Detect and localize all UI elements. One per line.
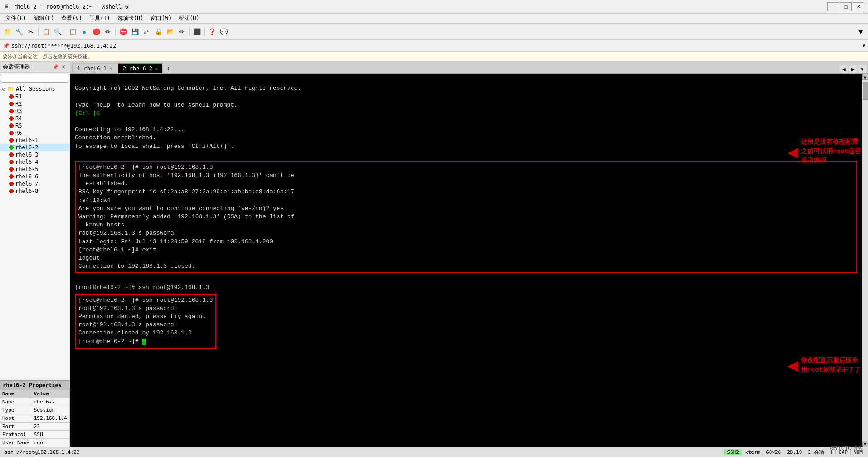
toolbar-btn-12[interactable]: ⇄ xyxy=(141,26,152,37)
maximize-button[interactable]: □ xyxy=(840,2,852,11)
menu-help[interactable]: 帮助(H) xyxy=(175,14,203,23)
toolbar-btn-3[interactable]: ✂ xyxy=(25,26,36,37)
toolbar-btn-17[interactable]: ❓ xyxy=(206,26,217,37)
tab-rhel6-1-close[interactable]: ✕ xyxy=(109,66,112,71)
terminal-scrollbar[interactable]: ▲ ▼ xyxy=(862,74,868,447)
toolbar-btn-4[interactable]: 📋 xyxy=(40,26,51,37)
props-key-username: User Name xyxy=(0,439,32,447)
session-dot-rhel6-5 xyxy=(9,167,14,172)
session-item-r3[interactable]: R3 xyxy=(0,108,70,115)
toolbar-btn-6[interactable]: 📋 xyxy=(67,26,78,37)
session-dot-r1 xyxy=(9,94,14,99)
tab-rhel6-1-label: 1 rhel6-1 xyxy=(77,65,107,72)
session-item-rhel6-4[interactable]: rhel6-4 xyxy=(0,158,70,166)
toolbar-sep-3 xyxy=(115,27,116,36)
menu-file[interactable]: 文件(F) xyxy=(2,14,30,23)
session-item-r4[interactable]: R4 xyxy=(0,115,70,122)
session-dot-r6 xyxy=(9,131,14,135)
tab-rhel6-2-close[interactable]: ✕ xyxy=(155,66,158,71)
all-sessions-item[interactable]: ▽ 📁 All Sessions xyxy=(0,85,70,93)
tab-nav-right[interactable]: ▶ xyxy=(849,65,857,73)
toolbar-btn-18[interactable]: 💬 xyxy=(218,26,229,37)
menu-edit[interactable]: 编辑(E) xyxy=(30,14,58,23)
props-key-type: Type xyxy=(0,406,32,414)
props-key-protocol: Protocol xyxy=(0,431,32,439)
props-key-name: Name xyxy=(0,398,32,406)
toolbar-btn-11[interactable]: 💾 xyxy=(129,26,140,37)
toolbar-btn-10[interactable]: ⛔ xyxy=(117,26,128,37)
all-sessions-label: All Sessions xyxy=(16,86,55,92)
toolbar-btn-14[interactable]: 📂 xyxy=(165,26,176,37)
tab-rhel6-1[interactable]: 1 rhel6-1 ✕ xyxy=(72,63,117,73)
status-sessions: 2 会话 xyxy=(805,449,827,456)
tab-rhel6-2[interactable]: 2 rhel6-2 ✕ xyxy=(118,63,163,73)
toolbar-btn-8[interactable]: 🔴 xyxy=(91,26,102,37)
panel-pin-button[interactable]: 📌 xyxy=(52,64,59,71)
tab-nav: ◀ ▶ ▼ xyxy=(840,65,866,73)
session-item-rhel6-6[interactable]: rhel6-6 xyxy=(0,173,70,180)
toolbar-btn-9[interactable]: ✏ xyxy=(102,26,113,37)
session-label-r4: R4 xyxy=(15,115,22,122)
session-item-r1[interactable]: R1 xyxy=(0,93,70,100)
toolbar-dropdown[interactable]: ▼ xyxy=(855,26,866,37)
session-dot-r5 xyxy=(9,123,14,128)
session-dot-rhel6-1 xyxy=(9,138,14,143)
terminal-box1: [root@rhel6-2 ~]# ssh root@192.168.1.3 T… xyxy=(75,161,857,273)
menu-window[interactable]: 窗口(W) xyxy=(147,14,175,23)
status-term: xterm xyxy=(742,449,763,455)
terminal-header-text: Copyright (c) 2002 NetSarang Computer, I… xyxy=(75,85,301,108)
toolbar-btn-13[interactable]: 🔒 xyxy=(153,26,164,37)
session-item-r6[interactable]: R6 xyxy=(0,129,70,137)
app-icon: 🖥 xyxy=(4,3,11,10)
address-pin-icon: 📌 xyxy=(3,43,10,49)
session-dot-rhel6-2 xyxy=(9,145,14,150)
props-row-port: Port 22 xyxy=(0,423,70,431)
info-bar-text: 要添加当前会话，点击左侧的箭头按钮。 xyxy=(3,53,93,60)
search-bar xyxy=(0,73,70,84)
session-item-r2[interactable]: R2 xyxy=(0,100,70,108)
new-session-button[interactable]: 📁 xyxy=(2,26,13,37)
status-cursor: 28,19 xyxy=(784,449,805,455)
toolbar-btn-5[interactable]: 🔍 xyxy=(52,26,63,37)
session-tree: ▽ 📁 All Sessions R1 R2 R3 R4 xyxy=(0,84,70,380)
scroll-thumb[interactable] xyxy=(863,82,868,100)
address-dropdown-button[interactable]: ▼ xyxy=(863,43,865,48)
close-button[interactable]: ✕ xyxy=(853,2,864,11)
tab-nav-left[interactable]: ◀ xyxy=(840,65,848,73)
toolbar-sep-5 xyxy=(204,27,205,36)
toolbar-btn-15[interactable]: ✏ xyxy=(176,26,187,37)
scroll-up-button[interactable]: ▲ xyxy=(862,74,868,80)
title-bar: 🖥 rhel6-2 - root@rhel6-2:~ - Xshell 6 ─ … xyxy=(0,0,868,14)
session-panel-title: 会话管理器 xyxy=(3,63,30,71)
session-dot-rhel6-7 xyxy=(9,182,14,186)
tab-bar: 1 rhel6-1 ✕ 2 rhel6-2 ✕ + ◀ ▶ ▼ xyxy=(70,62,868,74)
minimize-button[interactable]: ─ xyxy=(827,2,839,11)
menu-tools[interactable]: 工具(T) xyxy=(86,14,114,23)
session-label-rhel6-7: rhel6-7 xyxy=(15,181,39,187)
session-item-rhel6-7[interactable]: rhel6-7 xyxy=(0,180,70,187)
terminal-cursor xyxy=(142,339,146,345)
toolbar-btn-2[interactable]: 🔧 xyxy=(14,26,24,37)
session-label-rhel6-5: rhel6-5 xyxy=(15,166,39,172)
menu-tabs[interactable]: 选项卡(B) xyxy=(114,14,147,23)
toolbar-btn-16[interactable]: ⬛ xyxy=(191,26,202,37)
session-label-rhel6-3: rhel6-3 xyxy=(15,152,39,158)
session-item-rhel6-8[interactable]: rhel6-8 xyxy=(0,187,70,195)
session-search-input[interactable] xyxy=(2,74,68,83)
panel-close-button[interactable]: ✕ xyxy=(60,64,67,71)
session-item-rhel6-2[interactable]: rhel6-2 xyxy=(0,144,70,151)
menu-view[interactable]: 查看(V) xyxy=(58,14,86,23)
toolbar-btn-7[interactable]: ● xyxy=(79,26,90,37)
session-item-r5[interactable]: R5 xyxy=(0,122,70,129)
session-panel-controls: 📌 ✕ xyxy=(52,64,67,71)
session-label-rhel6-1: rhel6-1 xyxy=(15,137,39,143)
folder-icon: 📁 xyxy=(7,86,14,92)
tab-add-button[interactable]: + xyxy=(164,64,173,73)
session-item-rhel6-3[interactable]: rhel6-3 xyxy=(0,151,70,158)
watermark: @51CTO博客 xyxy=(830,444,863,452)
session-item-rhel6-5[interactable]: rhel6-5 xyxy=(0,166,70,173)
properties-table: Name Value Name rhel6-2 Type Session Hos… xyxy=(0,389,70,447)
tab-nav-dropdown[interactable]: ▼ xyxy=(858,65,866,73)
session-item-rhel6-1[interactable]: rhel6-1 xyxy=(0,137,70,144)
terminal-content[interactable]: Copyright (c) 2002 NetSarang Computer, I… xyxy=(70,74,862,447)
